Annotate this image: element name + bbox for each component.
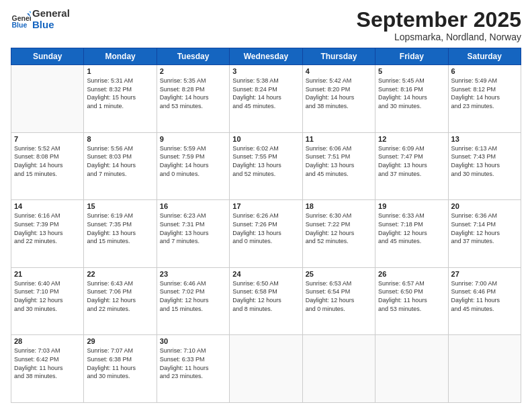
day-info: Sunrise: 6:16 AMSunset: 7:39 PMDaylight:… xyxy=(14,212,81,245)
day-info: Sunrise: 6:57 AMSunset: 6:50 PMDaylight:… xyxy=(378,279,445,313)
calendar-cell: 16Sunrise: 6:23 AMSunset: 7:31 PMDayligh… xyxy=(157,200,229,268)
calendar-week-row: 7Sunrise: 5:52 AMSunset: 8:08 PMDaylight… xyxy=(11,132,521,200)
day-info: Sunrise: 6:09 AMSunset: 7:47 PMDaylight:… xyxy=(378,144,445,178)
day-info: Sunrise: 6:43 AMSunset: 7:06 PMDaylight:… xyxy=(87,279,153,313)
calendar-cell: 30Sunrise: 7:10 AMSunset: 6:33 PMDayligh… xyxy=(157,335,229,403)
calendar-cell: 17Sunrise: 6:26 AMSunset: 7:26 PMDayligh… xyxy=(230,200,302,268)
calendar-cell: 6Sunrise: 5:49 AMSunset: 8:12 PMDaylight… xyxy=(448,65,521,133)
day-info: Sunrise: 7:07 AMSunset: 6:38 PMDaylight:… xyxy=(87,347,153,380)
calendar-cell: 4Sunrise: 5:42 AMSunset: 8:20 PMDaylight… xyxy=(302,65,375,133)
calendar-week-row: 1Sunrise: 5:31 AMSunset: 8:32 PMDaylight… xyxy=(11,65,521,133)
day-number: 7 xyxy=(14,135,81,143)
col-sunday: Sunday xyxy=(11,48,84,65)
calendar-week-row: 14Sunrise: 6:16 AMSunset: 7:39 PMDayligh… xyxy=(11,200,521,268)
day-number: 2 xyxy=(160,67,226,75)
day-info: Sunrise: 6:36 AMSunset: 7:14 PMDaylight:… xyxy=(451,212,518,245)
calendar-cell: 27Sunrise: 7:00 AMSunset: 6:46 PMDayligh… xyxy=(448,267,521,335)
day-number: 21 xyxy=(14,270,81,278)
calendar-cell: 15Sunrise: 6:19 AMSunset: 7:35 PMDayligh… xyxy=(84,200,157,268)
calendar-cell: 12Sunrise: 6:09 AMSunset: 7:47 PMDayligh… xyxy=(375,132,448,200)
day-info: Sunrise: 6:23 AMSunset: 7:31 PMDaylight:… xyxy=(160,212,226,245)
calendar-cell: 7Sunrise: 5:52 AMSunset: 8:08 PMDaylight… xyxy=(11,132,84,200)
col-thursday: Thursday xyxy=(302,48,375,65)
day-info: Sunrise: 6:46 AMSunset: 7:02 PMDaylight:… xyxy=(160,279,226,313)
day-number: 30 xyxy=(160,337,226,345)
col-wednesday: Wednesday xyxy=(230,48,302,65)
day-info: Sunrise: 5:38 AMSunset: 8:24 PMDaylight:… xyxy=(232,77,299,110)
day-info: Sunrise: 6:53 AMSunset: 6:54 PMDaylight:… xyxy=(306,279,372,313)
day-info: Sunrise: 7:00 AMSunset: 6:46 PMDaylight:… xyxy=(451,279,518,313)
calendar-week-row: 28Sunrise: 7:03 AMSunset: 6:42 PMDayligh… xyxy=(11,335,521,403)
calendar-cell: 21Sunrise: 6:40 AMSunset: 7:10 PMDayligh… xyxy=(11,267,84,335)
day-number: 23 xyxy=(160,270,226,278)
calendar-cell: 3Sunrise: 5:38 AMSunset: 8:24 PMDaylight… xyxy=(230,65,302,133)
logo-icon: General Blue xyxy=(11,9,31,30)
day-info: Sunrise: 5:56 AMSunset: 8:03 PMDaylight:… xyxy=(87,144,153,178)
calendar-cell: 8Sunrise: 5:56 AMSunset: 8:03 PMDaylight… xyxy=(84,132,157,200)
month-title: September 2025 xyxy=(357,8,521,32)
day-number: 26 xyxy=(378,270,445,278)
day-info: Sunrise: 6:02 AMSunset: 7:55 PMDaylight:… xyxy=(232,144,299,178)
header: General Blue General Blue September 2025… xyxy=(11,8,521,42)
col-monday: Monday xyxy=(84,48,157,65)
day-number: 17 xyxy=(232,202,299,210)
col-friday: Friday xyxy=(375,48,448,65)
day-number: 22 xyxy=(87,270,153,278)
calendar-cell xyxy=(230,335,302,403)
calendar-cell: 9Sunrise: 5:59 AMSunset: 7:59 PMDaylight… xyxy=(157,132,229,200)
day-info: Sunrise: 6:40 AMSunset: 7:10 PMDaylight:… xyxy=(14,279,81,313)
day-number: 25 xyxy=(306,270,372,278)
calendar-cell: 19Sunrise: 6:33 AMSunset: 7:18 PMDayligh… xyxy=(375,200,448,268)
svg-text:Blue: Blue xyxy=(12,21,28,29)
calendar-header-row: Sunday Monday Tuesday Wednesday Thursday… xyxy=(11,48,521,65)
calendar-cell: 22Sunrise: 6:43 AMSunset: 7:06 PMDayligh… xyxy=(84,267,157,335)
day-info: Sunrise: 5:31 AMSunset: 8:32 PMDaylight:… xyxy=(87,77,153,110)
calendar-cell xyxy=(375,335,448,403)
day-number: 5 xyxy=(378,67,445,75)
logo-blue: Blue xyxy=(32,19,70,31)
day-info: Sunrise: 7:10 AMSunset: 6:33 PMDaylight:… xyxy=(160,347,226,380)
day-info: Sunrise: 5:42 AMSunset: 8:20 PMDaylight:… xyxy=(306,77,372,110)
calendar-table: Sunday Monday Tuesday Wednesday Thursday… xyxy=(11,48,521,403)
day-number: 24 xyxy=(232,270,299,278)
day-info: Sunrise: 6:33 AMSunset: 7:18 PMDaylight:… xyxy=(378,212,445,245)
day-info: Sunrise: 6:06 AMSunset: 7:51 PMDaylight:… xyxy=(306,144,372,178)
calendar-cell xyxy=(11,65,84,133)
col-tuesday: Tuesday xyxy=(157,48,229,65)
day-number: 20 xyxy=(451,202,518,210)
day-info: Sunrise: 5:35 AMSunset: 8:28 PMDaylight:… xyxy=(160,77,226,110)
calendar-cell xyxy=(302,335,375,403)
logo: General Blue General Blue xyxy=(11,8,70,30)
day-number: 1 xyxy=(87,67,153,75)
day-number: 14 xyxy=(14,202,81,210)
day-info: Sunrise: 6:19 AMSunset: 7:35 PMDaylight:… xyxy=(87,212,153,245)
page: General Blue General Blue September 2025… xyxy=(0,0,532,411)
day-info: Sunrise: 6:26 AMSunset: 7:26 PMDaylight:… xyxy=(232,212,299,245)
day-number: 19 xyxy=(378,202,445,210)
day-info: Sunrise: 6:13 AMSunset: 7:43 PMDaylight:… xyxy=(451,144,518,178)
day-number: 29 xyxy=(87,337,153,345)
day-number: 16 xyxy=(160,202,226,210)
day-number: 3 xyxy=(232,67,299,75)
calendar-cell: 14Sunrise: 6:16 AMSunset: 7:39 PMDayligh… xyxy=(11,200,84,268)
calendar-cell: 20Sunrise: 6:36 AMSunset: 7:14 PMDayligh… xyxy=(448,200,521,268)
day-info: Sunrise: 6:50 AMSunset: 6:58 PMDaylight:… xyxy=(232,279,299,313)
location: Lopsmarka, Nordland, Norway xyxy=(357,32,521,42)
day-number: 13 xyxy=(451,135,518,143)
day-number: 12 xyxy=(378,135,445,143)
calendar-cell: 18Sunrise: 6:30 AMSunset: 7:22 PMDayligh… xyxy=(302,200,375,268)
day-info: Sunrise: 5:59 AMSunset: 7:59 PMDaylight:… xyxy=(160,144,226,178)
calendar-cell: 1Sunrise: 5:31 AMSunset: 8:32 PMDaylight… xyxy=(84,65,157,133)
title-block: September 2025 Lopsmarka, Nordland, Norw… xyxy=(357,8,521,42)
calendar-cell: 23Sunrise: 6:46 AMSunset: 7:02 PMDayligh… xyxy=(157,267,229,335)
logo-general: General xyxy=(32,8,70,19)
calendar-cell: 29Sunrise: 7:07 AMSunset: 6:38 PMDayligh… xyxy=(84,335,157,403)
calendar-cell: 2Sunrise: 5:35 AMSunset: 8:28 PMDaylight… xyxy=(157,65,229,133)
day-number: 15 xyxy=(87,202,153,210)
day-number: 28 xyxy=(14,337,81,345)
day-info: Sunrise: 7:03 AMSunset: 6:42 PMDaylight:… xyxy=(14,347,81,380)
col-saturday: Saturday xyxy=(448,48,521,65)
day-number: 18 xyxy=(306,202,372,210)
calendar-cell: 26Sunrise: 6:57 AMSunset: 6:50 PMDayligh… xyxy=(375,267,448,335)
day-number: 8 xyxy=(87,135,153,143)
